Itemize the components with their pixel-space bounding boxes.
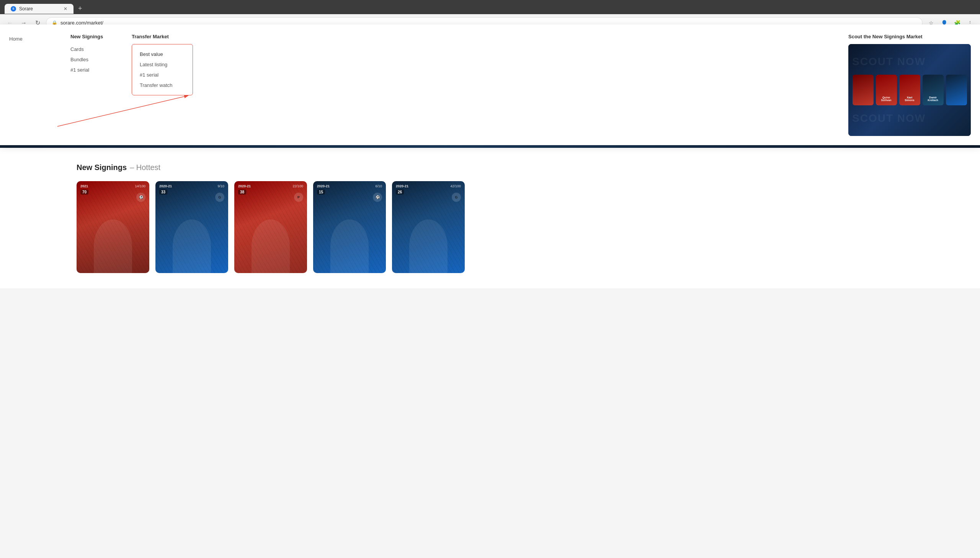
player-card-3[interactable]: 2020-21 38 22/100 P: [234, 181, 307, 273]
card-club-2: G: [215, 193, 224, 202]
card-year-3: 2020-21: [238, 184, 251, 188]
card-number-4: 15: [317, 190, 325, 195]
card-number-1: 70: [80, 190, 88, 195]
tab-title: Sorare: [19, 6, 61, 11]
card-serial-3: 22/100: [293, 184, 303, 188]
card-serial-2: 9/10: [218, 184, 224, 188]
dropdown-best-value[interactable]: Best value: [140, 49, 185, 59]
card-year-4: 2020-21: [317, 184, 330, 188]
browser-chrome: S Sorare ✕ +: [0, 0, 980, 14]
page-wrapper: S Sorare ✕ + ← → ↻ 🔒 sorare.com/market/ …: [0, 0, 980, 288]
player-card-2[interactable]: 2020-21 33 9/10 G: [155, 181, 228, 273]
card-club-1: ⚽: [136, 193, 146, 202]
player-card-4[interactable]: 2020-21 15 6/10 ⚽: [313, 181, 386, 273]
card-player-5: [392, 208, 465, 273]
card-player-2: [155, 208, 228, 273]
player-cards-grid: 2021 70 14/100 ⚽ 2020-21 33 9/10 G: [77, 181, 903, 273]
dropdown-1-serial[interactable]: #1 serial: [70, 65, 116, 75]
dropdown-home-section: Home: [9, 34, 55, 136]
dropdown-new-signings-section: New Signings Cards Bundles #1 serial: [70, 34, 116, 136]
player-card-5[interactable]: 2020-21 26 42/100 G: [392, 181, 465, 273]
dropdown-scout-section: Scout the New Signings Market QuinnSulli…: [848, 34, 971, 136]
card-player-3: [234, 208, 307, 273]
transfer-market-box: Best value Latest listing #1 serial Tran…: [132, 44, 193, 95]
dropdown-transfer-watch[interactable]: Transfer watch: [140, 80, 185, 90]
signings-title: New Signings: [77, 163, 127, 172]
card-club-4: ⚽: [373, 193, 382, 202]
tab-bar: S Sorare ✕ +: [5, 3, 975, 14]
active-tab[interactable]: S Sorare ✕: [5, 4, 74, 14]
signings-header: New Signings – Hottest: [77, 163, 903, 172]
signings-subtitle: – Hottest: [130, 163, 160, 172]
scout-section-title: Scout the New Signings Market: [848, 34, 971, 39]
card-player-1: [77, 208, 149, 273]
dropdown-home[interactable]: Home: [9, 34, 55, 44]
dropdown-menu: Home New Signings Cards Bundles #1 seria…: [0, 25, 980, 145]
card-serial-1: 14/100: [135, 184, 146, 188]
tab-close-btn[interactable]: ✕: [64, 6, 67, 11]
card-club-3: P: [294, 193, 303, 202]
dropdown-transfer-1-serial[interactable]: #1 serial: [140, 70, 185, 80]
card-number-5: 26: [396, 190, 404, 195]
card-club-5: G: [452, 193, 461, 202]
dropdown-cards[interactable]: Cards: [70, 44, 116, 54]
new-signings-title: New Signings: [70, 34, 116, 39]
new-tab-button[interactable]: +: [75, 3, 85, 14]
card-serial-5: 42/100: [450, 184, 461, 188]
dropdown-transfer-section: Transfer Market Best value Latest listin…: [132, 34, 193, 136]
transfer-market-title: Transfer Market: [132, 34, 193, 39]
tab-favicon: S: [11, 6, 16, 11]
card-year-2: 2020-21: [159, 184, 172, 188]
card-year-1: 2021: [80, 184, 88, 188]
dropdown-bundles[interactable]: Bundles: [70, 54, 116, 65]
card-number-2: 33: [159, 190, 167, 195]
player-card-1[interactable]: 2021 70 14/100 ⚽: [77, 181, 149, 273]
dropdown-latest-listing[interactable]: Latest listing: [140, 59, 185, 70]
signings-section: New Signings – Hottest 2021 70 14/100 ⚽ …: [0, 148, 980, 288]
card-year-5: 2020-21: [396, 184, 409, 188]
scout-image[interactable]: QuinnSullivan XaviSimons DamirKreilach S…: [848, 44, 971, 136]
card-serial-4: 6/10: [375, 184, 382, 188]
card-player-4: [313, 208, 386, 273]
card-number-3: 38: [238, 190, 246, 195]
